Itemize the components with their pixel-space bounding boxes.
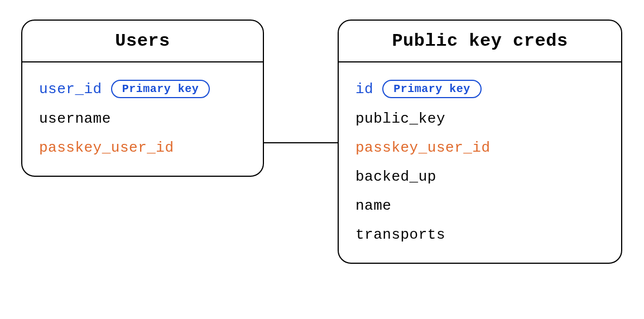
field-user-id: user_id bbox=[39, 81, 102, 98]
field-row: transports bbox=[355, 220, 604, 249]
entity-users: Users user_id Primary key username passk… bbox=[21, 20, 264, 177]
field-row: passkey_user_id bbox=[355, 133, 604, 162]
entity-users-title: Users bbox=[22, 21, 263, 62]
field-row: passkey_user_id bbox=[39, 133, 246, 162]
entity-creds-title: Public key creds bbox=[339, 21, 621, 62]
field-public-key: public_key bbox=[355, 110, 445, 127]
field-passkey-user-id: passkey_user_id bbox=[39, 139, 174, 156]
field-row: name bbox=[355, 191, 604, 220]
field-backed-up: backed_up bbox=[355, 168, 436, 185]
field-row: public_key bbox=[355, 104, 604, 133]
field-row: id Primary key bbox=[355, 74, 604, 104]
field-name: name bbox=[355, 197, 391, 214]
field-row: user_id Primary key bbox=[39, 74, 246, 104]
entity-creds-body: id Primary key public_key passkey_user_i… bbox=[339, 62, 621, 263]
primary-key-badge: Primary key bbox=[111, 80, 210, 98]
field-passkey-user-id: passkey_user_id bbox=[355, 139, 491, 156]
field-transports: transports bbox=[355, 226, 445, 243]
entity-users-body: user_id Primary key username passkey_use… bbox=[22, 62, 263, 176]
field-username: username bbox=[39, 110, 111, 127]
primary-key-badge: Primary key bbox=[382, 80, 482, 98]
field-id: id bbox=[355, 81, 373, 98]
entity-public-key-creds: Public key creds id Primary key public_k… bbox=[338, 20, 622, 264]
field-row: username bbox=[39, 104, 246, 133]
relationship-connector bbox=[264, 142, 338, 143]
field-row: backed_up bbox=[355, 162, 604, 191]
